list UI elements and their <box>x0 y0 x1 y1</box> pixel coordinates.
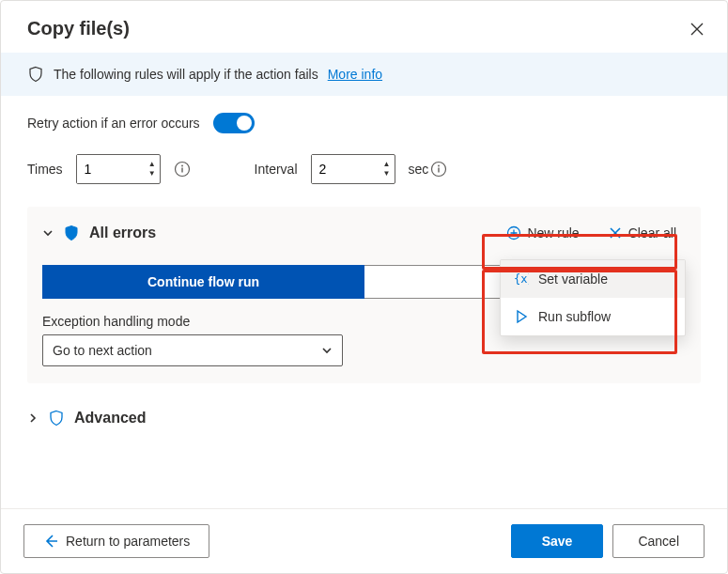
tab-continue-flow[interactable]: Continue flow run <box>42 265 364 299</box>
times-input[interactable] <box>77 155 145 183</box>
info-icon[interactable] <box>430 161 447 178</box>
chevron-up-icon[interactable]: ▲ <box>148 161 156 168</box>
plus-circle-icon <box>506 225 521 240</box>
chevron-right-icon <box>27 412 39 424</box>
seconds-label: sec <box>409 162 429 177</box>
times-label: Times <box>27 162 63 177</box>
info-bar: The following rules will apply if the ac… <box>1 53 727 96</box>
return-to-parameters-button[interactable]: Return to parameters <box>23 524 209 558</box>
return-label: Return to parameters <box>66 534 190 549</box>
svg-text:{x}: {x} <box>514 272 529 286</box>
close-icon[interactable] <box>689 22 705 37</box>
times-stepper[interactable]: ▲ ▼ <box>76 154 161 184</box>
chevron-down-icon[interactable]: ▼ <box>383 170 391 178</box>
shield-icon <box>63 225 80 241</box>
dialog-body: Retry action if an error occurs Times ▲ … <box>1 96 727 508</box>
panel-title: All errors <box>89 225 156 241</box>
advanced-section-toggle[interactable]: Advanced <box>27 410 701 427</box>
panel-title-wrap[interactable]: All errors <box>42 225 156 241</box>
dialog-footer: Return to parameters Save Cancel <box>1 508 727 573</box>
menu-label: Set variable <box>538 271 608 287</box>
retry-row: Retry action if an error occurs <box>27 113 701 133</box>
times-arrows[interactable]: ▲ ▼ <box>145 159 160 179</box>
dialog: Copy file(s) The following rules will ap… <box>0 0 728 574</box>
chevron-down-icon[interactable] <box>42 227 54 239</box>
toggle-knob <box>237 116 252 131</box>
select-value: Go to next action <box>53 343 152 358</box>
retry-label: Retry action if an error occurs <box>27 116 200 131</box>
exception-mode-select[interactable]: Go to next action <box>42 334 343 366</box>
interval-arrows[interactable]: ▲ ▼ <box>379 159 395 179</box>
panel-header: All errors New rule Clear all <box>42 220 686 246</box>
svg-rect-2 <box>181 168 182 173</box>
shield-icon <box>48 410 65 427</box>
dialog-header: Copy file(s) <box>1 1 727 53</box>
dialog-title: Copy file(s) <box>27 18 130 39</box>
chevron-down-icon <box>321 345 333 356</box>
svg-point-1 <box>181 165 183 167</box>
menu-item-run-subflow[interactable]: Run subflow <box>501 298 685 335</box>
clear-all-label: Clear all <box>628 225 676 240</box>
new-rule-label: New rule <box>527 225 579 240</box>
new-rule-menu: {x} Set variable Run subflow <box>500 259 686 336</box>
panel-actions: New rule Clear all {x} Set va <box>497 220 686 246</box>
cancel-button[interactable]: Cancel <box>612 524 705 558</box>
new-rule-button[interactable]: New rule <box>497 220 588 246</box>
info-text: The following rules will apply if the ac… <box>54 67 318 82</box>
interval-input[interactable] <box>312 155 379 183</box>
clear-all-button[interactable]: Clear all <box>598 220 686 246</box>
svg-rect-5 <box>439 168 440 173</box>
save-button[interactable]: Save <box>511 524 604 558</box>
more-info-link[interactable]: More info <box>328 67 382 82</box>
save-label: Save <box>542 534 573 549</box>
info-icon[interactable] <box>174 161 191 178</box>
advanced-title: Advanced <box>74 410 146 427</box>
chevron-up-icon[interactable]: ▲ <box>383 161 391 168</box>
shield-icon <box>27 66 44 83</box>
chevron-down-icon[interactable]: ▼ <box>148 170 156 178</box>
retry-params: Times ▲ ▼ Interval ▲ ▼ se <box>27 154 701 184</box>
play-icon <box>514 309 529 324</box>
menu-label: Run subflow <box>538 309 611 324</box>
retry-toggle[interactable] <box>213 113 255 133</box>
footer-right: Save Cancel <box>511 524 705 558</box>
interval-label: Interval <box>255 162 298 177</box>
menu-item-set-variable[interactable]: {x} Set variable <box>501 260 685 298</box>
x-icon <box>608 225 623 240</box>
seconds-wrap: sec <box>409 161 448 178</box>
all-errors-panel: All errors New rule Clear all <box>27 207 701 383</box>
tab-label: Continue flow run <box>147 274 259 289</box>
cancel-label: Cancel <box>638 534 679 549</box>
interval-stepper[interactable]: ▲ ▼ <box>311 154 395 184</box>
arrow-left-icon <box>43 534 58 549</box>
braces-icon: {x} <box>514 271 529 287</box>
svg-point-4 <box>438 165 440 167</box>
